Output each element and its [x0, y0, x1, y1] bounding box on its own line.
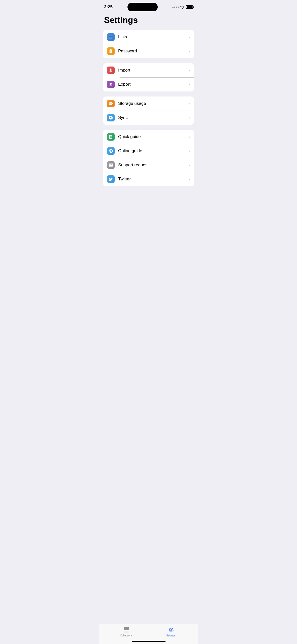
- import-row[interactable]: Import ›: [103, 63, 194, 77]
- page-title: Settings: [99, 13, 198, 30]
- password-icon: [107, 47, 115, 55]
- twitter-label: Twitter: [118, 177, 189, 182]
- export-icon: [107, 81, 115, 88]
- onlineguide-chevron: ›: [189, 149, 190, 153]
- dynamic-island: [127, 3, 158, 11]
- status-right: [172, 5, 193, 9]
- quickguide-chevron: ›: [189, 135, 190, 139]
- lists-chevron: ›: [189, 35, 190, 39]
- onlineguide-label: Online guide: [118, 148, 189, 153]
- support-chevron: ›: [189, 163, 190, 167]
- battery-icon: [186, 5, 193, 9]
- support-label: Support request: [118, 163, 189, 168]
- twitter-row[interactable]: Twitter ›: [103, 172, 194, 186]
- svg-rect-2: [109, 38, 113, 38]
- svg-rect-0: [109, 36, 113, 36]
- signal-icon: [172, 7, 179, 8]
- support-row[interactable]: Support request ›: [103, 158, 194, 172]
- twitter-chevron: ›: [189, 177, 190, 181]
- import-icon: [107, 67, 115, 74]
- section-lists-password: Lists › Password ›: [103, 30, 194, 58]
- svg-rect-1: [109, 37, 113, 37]
- svg-point-3: [109, 102, 112, 103]
- storage-label: Storage usage: [118, 101, 189, 106]
- storage-icon: [107, 100, 115, 107]
- sync-icon: [107, 114, 115, 121]
- twitter-icon: [107, 175, 115, 183]
- password-row[interactable]: Password ›: [103, 44, 194, 58]
- onlineguide-icon: [107, 147, 115, 155]
- export-row[interactable]: Export ›: [103, 77, 194, 91]
- section-help: Quick guide › Online guide › Support req…: [103, 130, 194, 186]
- quickguide-label: Quick guide: [118, 134, 189, 139]
- sync-row[interactable]: Sync ›: [103, 111, 194, 125]
- status-time: 3:25: [104, 5, 113, 10]
- sync-chevron: ›: [189, 116, 190, 120]
- export-label: Export: [118, 82, 189, 87]
- wifi-icon: [180, 6, 184, 9]
- section-import-export: Import › Export ›: [103, 63, 194, 91]
- password-label: Password: [118, 49, 189, 54]
- lists-icon: [107, 33, 115, 41]
- storage-row[interactable]: Storage usage ›: [103, 96, 194, 111]
- status-bar: 3:25: [99, 0, 198, 13]
- sync-label: Sync: [118, 115, 189, 120]
- import-label: Import: [118, 68, 189, 73]
- support-icon: [107, 161, 115, 169]
- quickguide-row[interactable]: Quick guide ›: [103, 130, 194, 144]
- password-chevron: ›: [189, 49, 190, 53]
- quickguide-icon: [107, 133, 115, 141]
- import-chevron: ›: [189, 68, 190, 72]
- svg-point-4: [109, 104, 112, 105]
- page-content: Settings Lists › Password ›: [99, 13, 198, 216]
- onlineguide-row[interactable]: Online guide ›: [103, 144, 194, 158]
- lists-row[interactable]: Lists ›: [103, 30, 194, 44]
- export-chevron: ›: [189, 82, 190, 86]
- section-storage-sync: Storage usage › Sync ›: [103, 96, 194, 125]
- lists-label: Lists: [118, 35, 189, 40]
- storage-chevron: ›: [189, 102, 190, 106]
